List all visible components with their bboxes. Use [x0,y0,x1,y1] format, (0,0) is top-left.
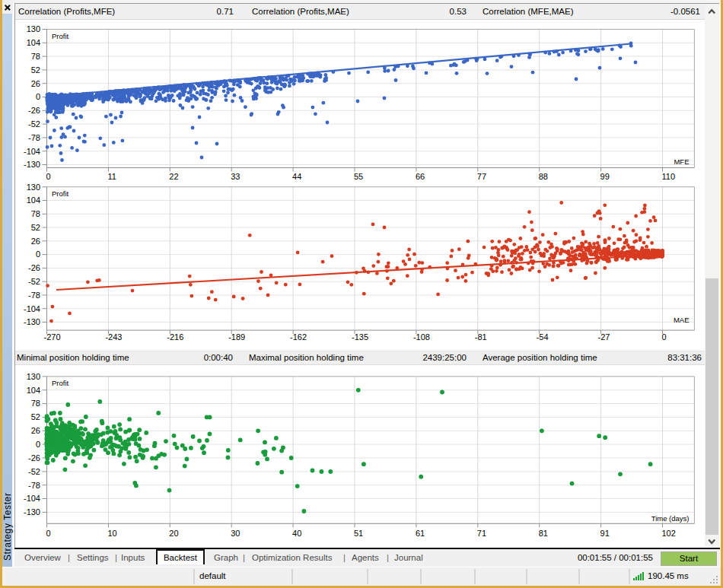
svg-text:0: 0 [36,92,40,101]
svg-text:0: 0 [36,440,40,449]
svg-text:-108: -108 [413,332,430,342]
svg-text:77: 77 [477,172,486,181]
svg-text:-216: -216 [167,332,183,342]
svg-text:-26: -26 [28,453,40,462]
svg-text:-189: -189 [228,332,245,342]
svg-text:110: 110 [662,172,676,181]
svg-text:-54: -54 [537,332,549,342]
svg-text:20: 20 [169,529,178,538]
svg-text:-26: -26 [28,263,40,272]
svg-text:33: 33 [231,172,240,181]
svg-text:-104: -104 [24,304,40,313]
svg-text:-130: -130 [24,317,40,326]
svg-text:-27: -27 [598,332,610,342]
svg-text:-78: -78 [28,481,40,490]
svg-text:0: 0 [46,529,51,538]
svg-text:104: 104 [27,195,40,205]
svg-text:0: 0 [36,250,40,259]
svg-text:Profit: Profit [52,189,69,198]
svg-text:Profit: Profit [52,379,69,387]
svg-text:-26: -26 [28,106,40,115]
svg-text:78: 78 [31,52,40,61]
svg-text:26: 26 [31,237,40,246]
svg-text:-78: -78 [28,133,40,142]
svg-text:40: 40 [292,529,301,538]
svg-text:-270: -270 [44,332,61,342]
svg-text:78: 78 [31,209,40,218]
svg-text:130: 130 [27,24,40,33]
svg-text:-130: -130 [24,160,40,169]
svg-text:-52: -52 [28,119,40,129]
svg-text:Profit: Profit [52,32,69,40]
svg-text:99: 99 [600,172,610,181]
svg-text:-104: -104 [24,147,40,156]
svg-text:91: 91 [600,529,610,538]
svg-text:78: 78 [31,399,40,408]
svg-text:102: 102 [662,529,676,538]
svg-text:26: 26 [31,79,40,88]
svg-text:-104: -104 [24,494,40,503]
svg-text:130: 130 [27,183,40,192]
svg-text:130: 130 [27,372,40,381]
svg-text:55: 55 [354,172,363,181]
svg-text:-78: -78 [28,291,40,300]
svg-text:10: 10 [107,529,116,538]
svg-text:51: 51 [354,529,363,538]
svg-text:0: 0 [46,172,51,181]
svg-text:0: 0 [662,332,667,342]
svg-text:26: 26 [31,426,40,435]
svg-text:61: 61 [416,529,425,538]
svg-text:-162: -162 [290,332,307,342]
svg-text:66: 66 [416,172,425,181]
svg-text:-130: -130 [24,507,40,516]
svg-text:-52: -52 [28,277,40,286]
svg-text:11: 11 [107,172,116,181]
svg-text:88: 88 [539,172,548,181]
svg-text:-243: -243 [105,332,122,342]
svg-text:MFE: MFE [674,157,689,166]
svg-text:44: 44 [292,172,301,181]
svg-text:71: 71 [477,529,486,538]
svg-text:MAE: MAE [674,316,690,324]
svg-text:52: 52 [31,65,40,75]
svg-text:30: 30 [231,529,240,538]
svg-text:22: 22 [169,172,178,181]
svg-text:-135: -135 [352,332,368,342]
svg-text:81: 81 [539,529,548,538]
svg-text:52: 52 [31,223,40,232]
svg-text:-81: -81 [475,332,487,342]
svg-text:-52: -52 [28,467,40,476]
svg-text:104: 104 [27,386,40,395]
svg-text:104: 104 [27,38,40,47]
svg-text:52: 52 [31,412,40,421]
svg-text:Time (days): Time (days) [651,514,690,523]
